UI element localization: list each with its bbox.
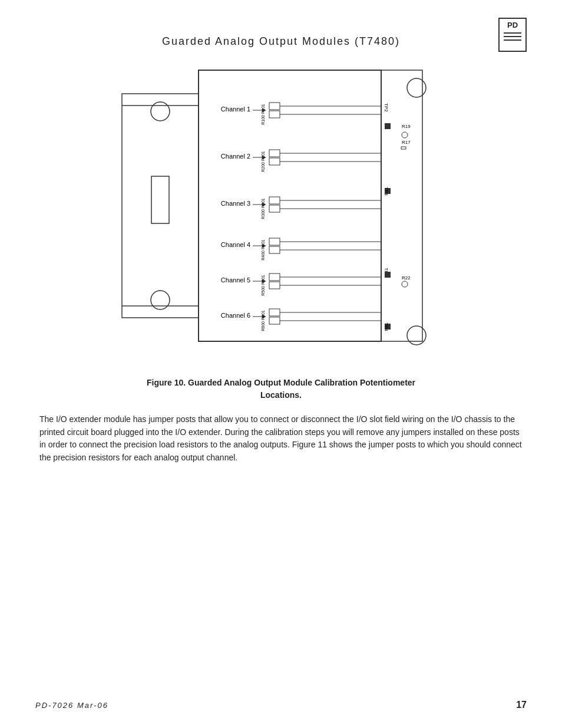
- svg-point-5: [407, 78, 426, 97]
- svg-text:Channel 6: Channel 6: [221, 312, 250, 319]
- footer-page-number: 17: [516, 700, 527, 710]
- svg-rect-26: [269, 158, 280, 165]
- svg-text:Channel 3: Channel 3: [221, 200, 250, 207]
- footer-doc-number: PD-7026 Mar-06: [35, 701, 108, 710]
- svg-text:Channel 5: Channel 5: [221, 276, 250, 284]
- svg-rect-2: [151, 176, 169, 223]
- svg-point-4: [151, 291, 170, 309]
- svg-text:R19: R19: [402, 124, 411, 129]
- svg-text:R600 R601: R600 R601: [261, 310, 265, 331]
- diagram-container: Channel 1 R100 R101 TP2 R19 R17: [35, 58, 527, 365]
- svg-rect-21: [401, 147, 406, 149]
- page-title: Guarded Analog Output Modules (T7480): [162, 35, 400, 48]
- svg-rect-64: [269, 317, 280, 324]
- svg-rect-33: [269, 197, 280, 204]
- svg-rect-17: [385, 123, 391, 129]
- svg-point-6: [407, 326, 426, 345]
- svg-text:R100 R101: R100 R101: [261, 104, 265, 125]
- svg-text:TP4: TP4: [384, 322, 389, 331]
- svg-point-59: [402, 281, 408, 287]
- svg-rect-52: [269, 282, 280, 289]
- svg-rect-25: [269, 150, 280, 157]
- svg-rect-43: [269, 238, 280, 245]
- svg-text:Channel 1: Channel 1: [221, 106, 250, 113]
- svg-text:R17: R17: [402, 140, 411, 145]
- svg-rect-57: [385, 272, 391, 278]
- body-text: The I/O extender module has jumper posts…: [39, 413, 523, 465]
- header: Guarded Analog Output Modules (T7480) PD: [35, 18, 527, 48]
- pd-icon-text: PD: [507, 21, 518, 29]
- svg-text:R500 R501: R500 R501: [261, 275, 265, 296]
- svg-point-19: [402, 132, 408, 138]
- svg-text:R200 R201: R200 R201: [261, 151, 265, 172]
- svg-point-3: [151, 102, 170, 121]
- footer: PD-7026 Mar-06 17: [35, 700, 527, 710]
- svg-rect-11: [269, 103, 280, 110]
- svg-rect-63: [269, 309, 280, 316]
- svg-rect-51: [269, 274, 280, 281]
- svg-rect-34: [269, 205, 280, 212]
- pd-icon-lines: [504, 32, 522, 43]
- svg-text:Channel 4: Channel 4: [221, 241, 250, 248]
- svg-rect-12: [269, 111, 280, 118]
- svg-text:R400 R401: R400 R401: [261, 239, 265, 261]
- figure-caption: Figure 10. Guarded Analog Output Module …: [140, 377, 422, 401]
- circuit-diagram: Channel 1 R100 R101 TP2 R19 R17: [104, 58, 458, 365]
- pd-icon: PD: [498, 18, 527, 52]
- svg-text:TP3: TP3: [384, 187, 389, 196]
- svg-rect-1: [122, 94, 199, 318]
- svg-rect-44: [269, 246, 280, 253]
- svg-text:Channel 2: Channel 2: [221, 153, 250, 160]
- svg-text:R300 R301: R300 R301: [261, 198, 265, 219]
- svg-text:TP2: TP2: [384, 103, 389, 112]
- svg-text:R22: R22: [402, 275, 411, 281]
- page: Guarded Analog Output Modules (T7480) PD: [0, 0, 562, 728]
